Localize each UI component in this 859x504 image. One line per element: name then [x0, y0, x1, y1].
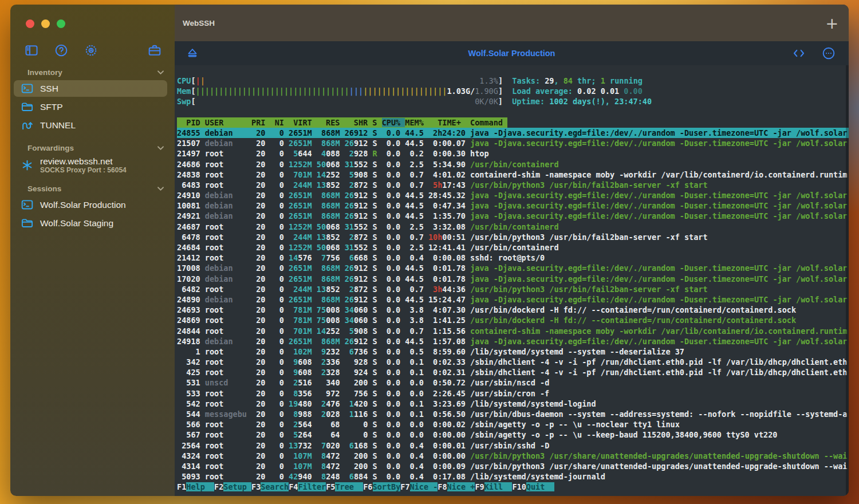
process-row-24918[interactable]: 24918 debian 20 0 2651M 868M 26912 S 0.0…: [177, 336, 849, 346]
process-row-24693[interactable]: 24693 root 20 0 781M 75008 34060 S 0.0 3…: [177, 305, 849, 315]
sidebar-item-tunnel[interactable]: TUNNEL: [14, 117, 167, 133]
fkey-F4[interactable]: F4: [289, 482, 298, 491]
process-row-24687[interactable]: 24687 root 20 0 1252M 50068 31552 S 0.0 …: [177, 222, 849, 232]
titlebar: WebSSH +: [175, 5, 849, 41]
process-row-544[interactable]: 544 messagebu 20 0 8988 2028 1116 S 0.0 …: [177, 409, 849, 419]
fkey-F2[interactable]: F2: [214, 482, 223, 491]
process-row-5093[interactable]: 5093 root 20 0 42940 8248 6884 S 0.0 0.4…: [177, 471, 849, 482]
section-header-forwardings[interactable]: Forwardings: [10, 141, 175, 154]
tunnel-icon: [21, 119, 33, 131]
process-row-24684[interactable]: 24684 root 20 0 1252M 50068 31552 S 0.0 …: [177, 242, 849, 253]
chevron-down-icon: [157, 186, 164, 191]
process-row-17008[interactable]: 17008 debian 20 0 2651M 868M 26912 S 0.0…: [177, 263, 849, 273]
sidebar-item-label: Wolf.Solar Production: [40, 200, 126, 210]
app-window: Inventory SSH SFTP: [10, 5, 849, 496]
process-row-533[interactable]: 533 root 20 0 8356 972 756 S 0.0 0.0 2:2…: [177, 388, 849, 399]
fkey-F9-label[interactable]: Kill: [484, 482, 513, 491]
process-row-21507[interactable]: 21507 debian 20 0 2651M 868M 26912 S 0.0…: [177, 138, 849, 148]
process-row-21412[interactable]: 21412 root 20 0 14576 7756 6668 S 0.0 0.…: [177, 253, 849, 263]
terminal-icon: [21, 199, 33, 211]
process-row-21497[interactable]: 21497 root 20 0 5644 4088 2928 R 0.0 0.2…: [177, 148, 849, 159]
forwarding-host-label: review.webssh.net: [40, 156, 127, 166]
sidebar-item-sftp[interactable]: SFTP: [14, 99, 167, 115]
section-label: Sessions: [27, 184, 61, 193]
process-row-2564[interactable]: 2564 root 20 0 13732 7020 6168 S 0.0 0.4…: [177, 440, 849, 451]
fkey-F5[interactable]: F5: [326, 482, 335, 491]
fkey-F10-label[interactable]: Quit: [526, 482, 554, 491]
process-row-425[interactable]: 425 root 20 0 9608 2328 924 S 0.0 0.1 0:…: [177, 367, 849, 377]
terminal-icon: [21, 82, 33, 94]
fkey-F4-label[interactable]: Filter: [298, 482, 326, 491]
process-row-6483[interactable]: 6483 root 20 0 244M 13852 2872 S 0.0 0.7…: [177, 180, 849, 190]
sidebar-item-session-staging[interactable]: Wolf.Solar Staging: [14, 215, 167, 231]
sidebar-item-ssh[interactable]: SSH: [14, 80, 167, 97]
terminal-scrollbar[interactable]: [846, 65, 849, 496]
process-row-4314[interactable]: 4314 root 20 0 107M 8472 200 S 0.0 0.4 0…: [177, 461, 849, 471]
process-row-4324[interactable]: 4324 root 20 0 107M 8472 200 S 0.0 0.4 0…: [177, 451, 849, 461]
fkey-F5-label[interactable]: Tree: [335, 482, 363, 491]
sidebar-item-session-production[interactable]: Wolf.Solar Production: [14, 196, 167, 213]
htop-function-key-bar: F1Help F2Setup F3SearchF4FilterF5Tree F6…: [177, 482, 849, 492]
process-row-24838[interactable]: 24838 root 20 0 701M 14252 5908 S 0.0 0.…: [177, 170, 849, 180]
process-row-10081[interactable]: 10081 debian 20 0 2651M 868M 26912 S 0.0…: [177, 200, 849, 211]
sidebar-item-label: Wolf.Solar Staging: [40, 218, 113, 229]
section-header-sessions[interactable]: Sessions: [10, 182, 175, 195]
folder-icon: [21, 217, 33, 229]
process-row-24686[interactable]: 24686 root 20 0 1252M 50068 31552 S 0.0 …: [177, 159, 849, 170]
process-row-342[interactable]: 342 root 20 0 9608 2336 928 S 0.0 0.1 0:…: [177, 357, 849, 367]
fkey-F7[interactable]: F7: [400, 482, 409, 491]
fkey-F6-label[interactable]: SortBy: [373, 482, 401, 491]
fkey-F9[interactable]: F9: [475, 482, 484, 491]
code-icon[interactable]: [791, 46, 806, 61]
close-window-button[interactable]: [26, 19, 34, 28]
process-row-6478[interactable]: 6478 root 20 0 244M 13852 2872 S 0.0 0.7…: [177, 232, 849, 242]
folder-icon: [21, 101, 33, 113]
process-row-24921[interactable]: 24921 debian 20 0 2651M 868M 26912 S 0.0…: [177, 211, 849, 221]
sidebar: Inventory SSH SFTP: [10, 5, 175, 496]
htop-header-row[interactable]: PID USER PRI NI VIRT RES SHR S CPU% MEM%…: [177, 117, 849, 128]
process-row-566[interactable]: 566 root 20 0 2564 68 0 S 0.0 0.0 0:00.0…: [177, 419, 849, 430]
main-panel: WebSSH + Wolf.Solar Production: [175, 5, 849, 496]
asterisk-icon: [21, 159, 33, 171]
fkey-F6[interactable]: F6: [363, 482, 372, 491]
panel-icon[interactable]: [24, 43, 39, 58]
more-circle-icon[interactable]: [821, 46, 836, 61]
help-icon[interactable]: [54, 43, 69, 58]
process-row-1[interactable]: 1 root 20 0 102M 9232 6736 S 0.0 0.5 8:5…: [177, 346, 849, 357]
sidebar-item-forwarding[interactable]: review.webssh.net SOCKS Proxy Port : 560…: [14, 156, 167, 174]
zoom-window-button[interactable]: [57, 19, 65, 28]
fkey-F2-label[interactable]: Setup: [223, 482, 251, 491]
app-title: WebSSH: [183, 19, 215, 27]
fkey-F1[interactable]: F1: [177, 482, 186, 491]
process-row-24890[interactable]: 24890 debian 20 0 2651M 868M 26912 S 0.0…: [177, 294, 849, 305]
minimize-window-button[interactable]: [41, 19, 50, 28]
process-row-6482[interactable]: 6482 root 20 0 244M 13852 2872 S 0.0 0.7…: [177, 284, 849, 294]
section-header-inventory[interactable]: Inventory: [10, 66, 175, 78]
fkey-F10[interactable]: F10: [512, 482, 526, 491]
process-row-542[interactable]: 542 root 20 0 19480 2476 1420 S 0.0 0.1 …: [177, 399, 849, 409]
fkey-F8-label[interactable]: Nice +: [447, 482, 475, 491]
fkey-F7-label[interactable]: Nice -: [410, 482, 438, 491]
new-tab-button[interactable]: +: [825, 15, 838, 31]
process-row-567[interactable]: 567 root 20 0 5264 64 0 S 0.0 0.0 0:00.0…: [177, 430, 849, 440]
process-row-24855[interactable]: 24855 debian 20 0 2651M 868M 26912 S 0.0…: [177, 128, 849, 138]
process-row-531[interactable]: 531 unscd 20 0 2516 340 200 S 0.0 0.0 0:…: [177, 377, 849, 388]
sidebar-toolbar: [24, 43, 162, 58]
fkey-F8[interactable]: F8: [438, 482, 447, 491]
htop-process-list: 24855 debian 20 0 2651M 868M 26912 S 0.0…: [177, 128, 849, 482]
process-row-24910[interactable]: 24910 debian 20 0 2651M 868M 26912 S 0.0…: [177, 190, 849, 200]
fkey-F1-label[interactable]: Help: [186, 482, 214, 491]
sidebar-item-label: SFTP: [40, 102, 63, 112]
session-title: Wolf.Solar Production: [175, 49, 849, 58]
terminal-header: Wolf.Solar Production: [175, 41, 849, 65]
fkey-F3-label[interactable]: Search: [261, 482, 289, 491]
briefcase-icon[interactable]: [147, 43, 162, 58]
settings-gear-icon[interactable]: [84, 43, 98, 58]
terminal[interactable]: CPU[|| 1.3%] Tasks: 29, 84 thr; 1 runnin…: [175, 65, 849, 496]
window-controls: [10, 5, 175, 28]
chevron-down-icon: [157, 145, 164, 151]
process-row-24869[interactable]: 24869 root 20 0 781M 75008 34060 S 0.0 3…: [177, 315, 849, 325]
fkey-F3[interactable]: F3: [251, 482, 261, 491]
process-row-24844[interactable]: 24844 root 20 0 701M 14252 5908 S 0.0 0.…: [177, 326, 849, 336]
process-row-17020[interactable]: 17020 debian 20 0 2651M 868M 26912 S 0.0…: [177, 274, 849, 284]
